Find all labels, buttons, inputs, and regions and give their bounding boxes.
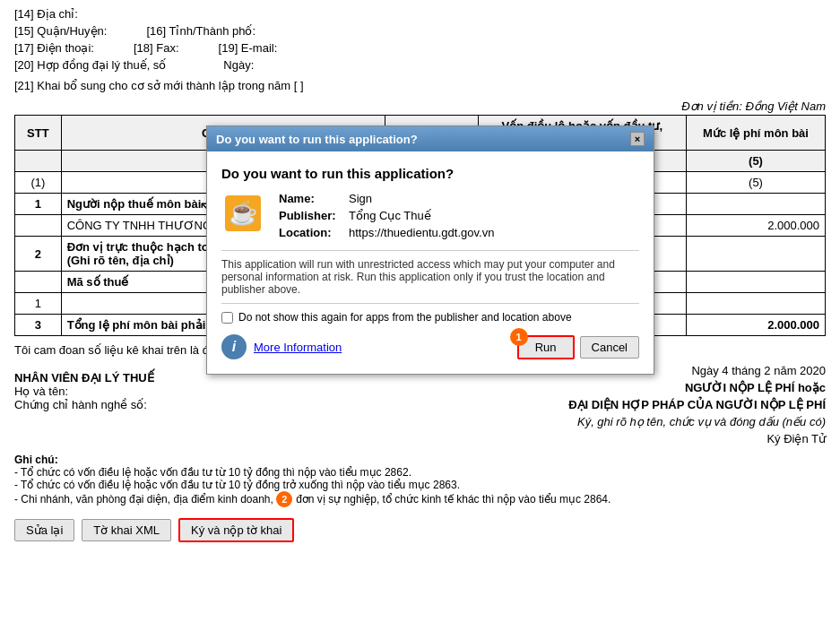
more-info-link[interactable]: More Information xyxy=(254,341,342,354)
name-value: Sign xyxy=(349,192,372,205)
app-details: Name: Sign Publisher: Tổng Cục Thuế Loca… xyxy=(279,192,494,239)
dialog-footer: i More Information 1 Run Cancel xyxy=(221,334,639,359)
publisher-key: Publisher: xyxy=(279,209,342,222)
dont-show-label: Do not show this again for apps from the… xyxy=(238,311,572,324)
location-key: Location: xyxy=(279,226,342,239)
dialog-warning-text: This application will run with unrestric… xyxy=(221,250,639,304)
dialog-title-text: Do you want to run this application? xyxy=(216,133,418,146)
dialog-titlebar: Do you want to run this application? × xyxy=(207,126,654,151)
app-name-row: Name: Sign xyxy=(279,192,494,205)
location-value: https://thuedientu.gdt.gov.vn xyxy=(349,226,494,239)
dialog-buttons: 1 Run Cancel xyxy=(517,335,639,359)
publisher-value: Tổng Cục Thuế xyxy=(349,209,431,222)
dialog-checkbox-row[interactable]: Do not show this again for apps from the… xyxy=(221,311,639,324)
app-publisher-row: Publisher: Tổng Cục Thuế xyxy=(279,209,494,222)
info-icon: i xyxy=(221,334,247,359)
dialog-app-info: ☕ Name: Sign Publisher: Tổng Cục Thuế xyxy=(221,192,639,239)
svg-text:☕: ☕ xyxy=(229,198,258,227)
dialog-box: Do you want to run this application? × D… xyxy=(206,125,654,375)
java-icon: ☕ xyxy=(221,192,264,239)
dialog-overlay: Do you want to run this application? × D… xyxy=(0,0,840,549)
name-key: Name: xyxy=(279,192,342,205)
dialog-close-button[interactable]: × xyxy=(630,132,645,146)
dialog-body: Do you want to run this application? ☕ xyxy=(207,151,654,374)
cancel-button[interactable]: Cancel xyxy=(580,336,639,359)
badge-run: 1 xyxy=(510,328,528,346)
app-location-row: Location: https://thuedientu.gdt.gov.vn xyxy=(279,226,494,239)
dialog-question: Do you want to run this application? xyxy=(221,166,639,181)
run-button[interactable]: 1 Run xyxy=(517,335,575,359)
dont-show-checkbox[interactable] xyxy=(221,312,233,324)
